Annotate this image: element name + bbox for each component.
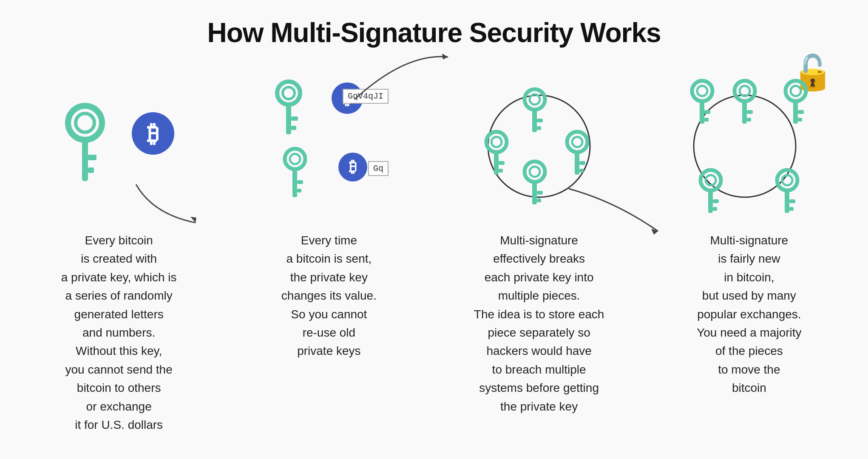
svg-rect-22 (537, 126, 541, 130)
spacer-1 (212, 65, 235, 227)
step-1: ₿ Every bitcoin is created with a privat… (26, 65, 212, 434)
svg-rect-37 (537, 198, 541, 202)
step-4-text: Multi-signature is fairly new in bitcoin… (697, 231, 801, 397)
step-4: 🔓 (656, 65, 842, 397)
svg-rect-57 (708, 190, 713, 213)
page-title: How Multi-Signature Security Works (207, 17, 661, 48)
svg-point-1 (76, 113, 94, 132)
step-4-illustration (681, 78, 817, 214)
step-1-text: Every bitcoin is created with a private … (61, 231, 177, 434)
svg-point-23 (486, 132, 507, 152)
key-4-topright (779, 78, 813, 125)
arrow-3 (560, 184, 667, 240)
key-4-topleft (685, 78, 719, 125)
svg-rect-15 (297, 189, 301, 193)
svg-rect-26 (499, 161, 505, 165)
arrow-2 (346, 44, 457, 104)
svg-point-0 (68, 106, 102, 140)
svg-rect-49 (747, 118, 751, 122)
svg-point-50 (786, 81, 806, 101)
svg-rect-10 (291, 126, 296, 130)
svg-rect-42 (700, 100, 704, 124)
key-3-top (518, 87, 552, 133)
svg-marker-16 (442, 54, 448, 60)
svg-rect-9 (291, 116, 298, 121)
svg-rect-64 (789, 207, 794, 211)
svg-point-51 (791, 86, 801, 96)
svg-rect-31 (579, 161, 585, 165)
svg-rect-63 (789, 199, 795, 203)
infographic: ₿ Every bitcoin is created with a privat… (26, 65, 842, 434)
key-3-right (560, 129, 594, 176)
step-1-visual: ₿ (26, 65, 212, 227)
key-icon-2b (282, 146, 312, 201)
svg-rect-35 (532, 181, 537, 204)
svg-rect-2 (82, 139, 88, 181)
svg-rect-14 (297, 180, 303, 184)
step-3-text: Multi-signature effectively breaks each … (474, 231, 604, 416)
svg-point-12 (290, 154, 300, 164)
svg-point-55 (701, 170, 721, 190)
svg-rect-44 (704, 118, 709, 122)
key-4-bottomright (770, 167, 804, 214)
svg-rect-20 (532, 109, 537, 132)
svg-rect-43 (704, 110, 710, 114)
bitcoin-icon-2b: ₿ (338, 153, 367, 181)
svg-rect-47 (742, 100, 747, 124)
svg-rect-3 (88, 155, 96, 160)
svg-rect-54 (798, 118, 802, 122)
svg-point-28 (567, 132, 587, 152)
svg-rect-21 (537, 119, 543, 122)
svg-rect-53 (798, 110, 804, 114)
step-3-illustration (479, 87, 599, 206)
page: How Multi-Signature Security Works (0, 0, 868, 459)
step-2: ₿ GqV4qJI ₿ Gq (235, 65, 422, 360)
bitcoin-icon-1: ₿ (132, 112, 174, 155)
svg-point-41 (697, 86, 707, 96)
svg-point-6 (277, 82, 300, 105)
step-3-visual (445, 65, 632, 227)
key-3-left (479, 129, 513, 176)
step-2-text: Every time a bitcoin is sent, the privat… (281, 231, 377, 360)
svg-rect-48 (747, 110, 753, 114)
key-icon-1 (64, 99, 115, 184)
key-4-topcenter (728, 78, 762, 125)
key-3-bottom (518, 159, 552, 206)
svg-rect-13 (292, 168, 297, 197)
svg-rect-62 (785, 190, 789, 213)
svg-point-34 (530, 167, 540, 177)
svg-rect-59 (713, 207, 717, 211)
svg-point-40 (692, 81, 712, 101)
key-icon-2a (274, 78, 308, 138)
svg-point-24 (491, 137, 502, 147)
svg-point-33 (525, 162, 545, 182)
step-1-illustration: ₿ (60, 87, 179, 206)
key-label-2: Gq (368, 161, 389, 176)
svg-rect-8 (286, 104, 291, 134)
svg-point-19 (530, 94, 540, 105)
svg-point-29 (572, 137, 582, 147)
svg-rect-25 (494, 151, 499, 175)
svg-point-60 (777, 170, 797, 190)
svg-rect-32 (579, 169, 584, 173)
svg-point-7 (283, 87, 295, 99)
svg-rect-52 (793, 100, 798, 124)
svg-point-18 (525, 89, 545, 110)
step-2-illustration: ₿ GqV4qJI ₿ Gq (269, 78, 389, 214)
key-4-bottomleft (694, 167, 728, 214)
step-4-visual (656, 65, 842, 227)
svg-point-11 (285, 149, 305, 169)
arrow-1 (128, 180, 213, 231)
svg-point-61 (782, 175, 792, 185)
svg-point-46 (740, 86, 750, 96)
svg-rect-27 (499, 169, 503, 173)
svg-point-45 (735, 81, 755, 101)
svg-point-56 (706, 175, 716, 185)
svg-rect-30 (575, 151, 579, 175)
step-3: Multi-signature effectively breaks each … (445, 65, 632, 416)
svg-rect-36 (537, 191, 543, 195)
svg-rect-4 (88, 167, 94, 173)
step-2-visual: ₿ GqV4qJI ₿ Gq (235, 65, 422, 227)
svg-rect-58 (713, 199, 719, 203)
